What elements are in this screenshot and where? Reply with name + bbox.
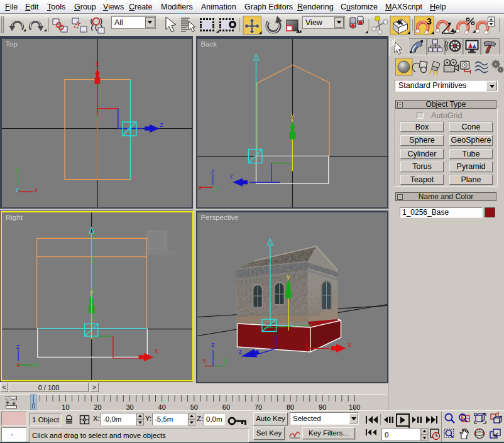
svg-text:40: 40 (158, 403, 166, 410)
svg-text:y: y (224, 358, 227, 364)
svg-text:100: 100 (349, 403, 360, 410)
svg-text:x: x (155, 348, 158, 355)
svg-text:3: 3 (427, 16, 432, 26)
svg-text:x: x (35, 187, 38, 194)
svg-text:20: 20 (94, 403, 101, 410)
svg-text:y: y (290, 112, 294, 119)
svg-text:50: 50 (190, 403, 198, 410)
svg-text:0: 0 (385, 431, 388, 439)
svg-text:90: 90 (319, 403, 326, 410)
svg-text:y: y (16, 167, 20, 174)
svg-text:x: x (348, 342, 351, 349)
svg-text:x: x (197, 185, 201, 192)
svg-text:0: 0 (32, 403, 36, 410)
svg-text:y: y (214, 185, 218, 192)
svg-text:z: z (211, 342, 214, 349)
svg-text:60: 60 (222, 403, 230, 410)
svg-text:z: z (160, 121, 163, 128)
svg-text:View: View (305, 18, 323, 27)
svg-text:x: x (96, 61, 99, 68)
svg-text:10: 10 (62, 403, 69, 410)
svg-text:y: y (34, 362, 38, 369)
svg-text:z: z (229, 173, 233, 180)
svg-text:z: z (16, 187, 19, 194)
svg-text:80: 80 (287, 403, 294, 410)
svg-text:z: z (238, 349, 242, 356)
svg-text:z: z (16, 344, 20, 351)
svg-text:All: All (114, 18, 123, 27)
svg-text:70: 70 (255, 403, 262, 410)
svg-text:x: x (202, 358, 206, 364)
svg-text:30: 30 (126, 403, 133, 410)
svg-text:y: y (286, 274, 290, 281)
svg-text:z: z (211, 168, 214, 175)
